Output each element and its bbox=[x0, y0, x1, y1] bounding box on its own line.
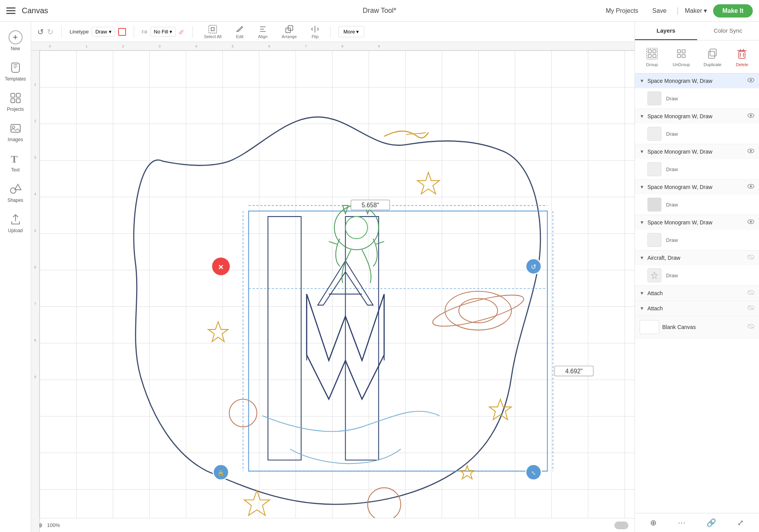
sidebar-item-shapes[interactable]: Shapes bbox=[2, 178, 29, 207]
layer-header-7[interactable]: ▼ Attach bbox=[635, 286, 759, 301]
redo-button[interactable]: ↻ bbox=[47, 27, 54, 37]
layer-header-6[interactable]: ▼ Aircraft, Draw bbox=[635, 250, 759, 265]
svg-rect-50 bbox=[710, 49, 716, 56]
layer-visibility-1[interactable] bbox=[747, 77, 754, 84]
sidebar-item-images[interactable]: Images bbox=[2, 117, 29, 146]
layer-visibility-5[interactable] bbox=[747, 219, 754, 226]
arrange-button[interactable]: Arrange bbox=[278, 23, 300, 40]
layer-header-5[interactable]: ▼ Space Monogram W, Draw bbox=[635, 215, 759, 230]
main-area: + New Templates Projects Images bbox=[0, 22, 759, 532]
fill-select[interactable]: No Fill ▾ bbox=[150, 27, 176, 37]
select-all-button[interactable]: Select All bbox=[201, 23, 224, 40]
duplicate-button[interactable]: Duplicate bbox=[702, 45, 723, 68]
layer-header-3[interactable]: ▼ Space Monogram W, Draw bbox=[635, 144, 759, 159]
layer-group-9: Blank Canvas bbox=[635, 316, 759, 338]
layer-arrow-4: ▼ bbox=[640, 184, 644, 190]
svg-rect-42 bbox=[653, 50, 656, 53]
maker-button[interactable]: Maker ▾ bbox=[685, 7, 707, 14]
layer-sub-label-4: Draw bbox=[666, 202, 678, 208]
add-layer-button[interactable]: ⊕ bbox=[650, 518, 657, 527]
layer-header-4[interactable]: ▼ Space Monogram W, Draw bbox=[635, 180, 759, 194]
svg-text:🔒: 🔒 bbox=[217, 469, 224, 476]
left-sidebar: + New Templates Projects Images bbox=[0, 22, 31, 532]
delete-label: Delete bbox=[736, 62, 749, 67]
nav-right: My Projects Save | Maker ▾ Make It bbox=[602, 4, 753, 18]
svg-point-62 bbox=[750, 150, 752, 152]
ruler-mark-0: 0 bbox=[48, 44, 85, 48]
layer-header-9[interactable]: Blank Canvas bbox=[635, 316, 759, 338]
layer-arrow-2: ▼ bbox=[640, 114, 644, 119]
ruler-left: 1 2 3 4 5 6 7 8 9 bbox=[31, 51, 40, 532]
layer-header-2[interactable]: ▼ Space Monogram W, Draw bbox=[635, 109, 759, 124]
layer-arrow-1: ▼ bbox=[640, 78, 644, 84]
chevron-down-icon: ▾ bbox=[170, 29, 172, 35]
sidebar-item-templates[interactable]: Templates bbox=[2, 57, 29, 86]
nav-divider: | bbox=[677, 6, 679, 15]
svg-point-58 bbox=[750, 79, 752, 81]
layer-thumb-2 bbox=[647, 127, 661, 141]
undo-button[interactable]: ↺ bbox=[37, 27, 44, 37]
undo-redo-group: ↺ ↻ bbox=[37, 27, 54, 37]
my-projects-button[interactable]: My Projects bbox=[602, 5, 642, 17]
chevron-down-icon: ▾ bbox=[704, 7, 707, 14]
layer-header-8[interactable]: ▼ Attach bbox=[635, 301, 759, 316]
delete-button[interactable]: Delete bbox=[733, 45, 750, 68]
sidebar-label-text: Text bbox=[11, 167, 19, 173]
align-button[interactable]: Align bbox=[255, 23, 271, 40]
layer-sub-4: Draw bbox=[635, 194, 759, 215]
divider4 bbox=[330, 26, 331, 38]
duplicate-label: Duplicate bbox=[703, 62, 721, 67]
svg-point-27 bbox=[367, 488, 400, 521]
top-nav: Canvas Draw Tool* My Projects Save | Mak… bbox=[0, 0, 759, 22]
sidebar-item-new[interactable]: + New bbox=[2, 26, 29, 55]
ruler-mark-9: 9 bbox=[377, 44, 414, 48]
panel-tabs: Layers Color Sync bbox=[635, 22, 759, 40]
layer-group-2: ▼ Space Monogram W, Draw Draw bbox=[635, 109, 759, 144]
sidebar-item-projects[interactable]: Projects bbox=[2, 87, 29, 116]
layer-sub-5: Draw bbox=[635, 230, 759, 250]
layer-arrow-7: ▼ bbox=[640, 290, 644, 296]
hamburger-menu[interactable] bbox=[6, 7, 16, 14]
divider3 bbox=[192, 26, 193, 38]
layer-visibility-7[interactable] bbox=[747, 290, 754, 297]
layer-visibility-2[interactable] bbox=[747, 113, 754, 120]
make-it-button[interactable]: Make It bbox=[713, 4, 753, 18]
images-icon bbox=[9, 121, 23, 135]
svg-text:×: × bbox=[219, 262, 224, 272]
svg-text:↺: ↺ bbox=[531, 263, 536, 271]
layer-visibility-6[interactable] bbox=[747, 254, 754, 261]
ruler-left-9: 9 bbox=[34, 375, 36, 379]
group-label: Group bbox=[646, 62, 658, 67]
sidebar-item-text[interactable]: T Text bbox=[2, 148, 29, 177]
sidebar-item-upload[interactable]: Upload bbox=[2, 208, 29, 237]
layer-link-button[interactable]: 🔗 bbox=[707, 518, 716, 527]
layer-visibility-3[interactable] bbox=[747, 148, 754, 155]
flip-button[interactable]: Flip bbox=[308, 23, 322, 40]
tab-layers[interactable]: Layers bbox=[635, 22, 697, 40]
linetype-select[interactable]: Draw ▾ bbox=[92, 27, 115, 37]
ungroup-button[interactable]: UnGroup bbox=[671, 45, 692, 68]
ruler-left-1: 1 bbox=[34, 82, 36, 86]
svg-point-22 bbox=[345, 217, 367, 239]
tab-colorsync[interactable]: Color Sync bbox=[697, 22, 759, 40]
layer-thumb-4 bbox=[647, 198, 661, 212]
layer-visibility-4[interactable] bbox=[747, 184, 754, 191]
more-button[interactable]: More ▾ bbox=[338, 26, 364, 37]
duplicate-icon bbox=[705, 47, 719, 61]
layer-options-button[interactable]: ⋯ bbox=[678, 518, 686, 527]
toggle-switch[interactable] bbox=[614, 522, 628, 529]
layer-visibility-8[interactable] bbox=[747, 305, 754, 312]
grid-canvas[interactable]: ↺ 🔒 ⤡ × 5.658" 4.692" bbox=[40, 51, 635, 532]
layer-expand-button[interactable]: ⤢ bbox=[737, 518, 744, 527]
group-button[interactable]: Group bbox=[644, 45, 661, 68]
canvas-area[interactable]: 0 1 2 3 4 5 6 7 8 9 1 2 3 4 5 6 bbox=[31, 42, 635, 532]
fill-color-indicator[interactable] bbox=[118, 28, 126, 36]
shapes-icon bbox=[9, 182, 23, 196]
save-button[interactable]: Save bbox=[649, 5, 670, 17]
svg-rect-15 bbox=[248, 211, 547, 471]
layer-header-1[interactable]: ▼ Space Monogram W, Draw bbox=[635, 74, 759, 88]
edit-button[interactable]: Edit bbox=[233, 23, 247, 40]
ungroup-label: UnGroup bbox=[673, 62, 690, 67]
layer-visibility-9[interactable] bbox=[747, 324, 754, 331]
svg-point-5 bbox=[12, 126, 15, 128]
